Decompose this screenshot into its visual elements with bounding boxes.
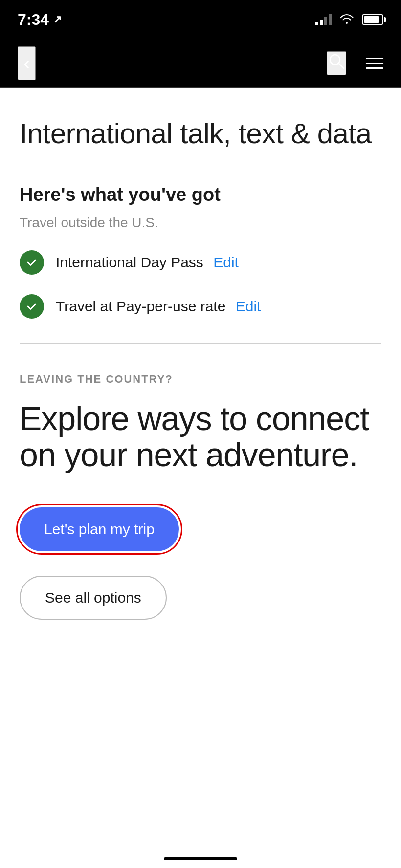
- feature-item-2: Travel at Pay-per-use rate Edit: [20, 294, 381, 319]
- wifi-icon: [339, 12, 354, 27]
- promo-title: Explore ways to connect on your next adv…: [20, 400, 381, 474]
- main-content: International talk, text & data Here's w…: [0, 88, 401, 639]
- menu-button[interactable]: [366, 58, 383, 69]
- status-bar: 7:34 ↗: [0, 0, 401, 39]
- feature-item-1: International Day Pass Edit: [20, 250, 381, 275]
- battery-icon: [362, 14, 383, 25]
- see-all-options-button[interactable]: See all options: [20, 576, 167, 620]
- feature-label-1: International Day Pass Edit: [56, 254, 239, 271]
- back-button[interactable]: ‹: [18, 46, 36, 80]
- buttons-row: Let's plan my trip See all options: [20, 507, 381, 620]
- page-title: International talk, text & data: [20, 117, 381, 150]
- promo-section: LEAVING THE COUNTRY? Explore ways to con…: [20, 368, 381, 620]
- status-time: 7:34 ↗: [18, 11, 62, 29]
- nav-right-icons: [327, 51, 383, 75]
- check-icon-1: [20, 250, 44, 275]
- section-subtitle: Travel outside the U.S.: [20, 215, 381, 231]
- section-divider: [20, 343, 381, 344]
- nav-bar: ‹: [0, 39, 401, 88]
- search-button[interactable]: [327, 51, 346, 75]
- svg-line-1: [339, 64, 344, 68]
- check-icon-2: [20, 294, 44, 319]
- home-indicator: [164, 857, 237, 860]
- edit-link-1[interactable]: Edit: [213, 254, 239, 270]
- edit-link-2[interactable]: Edit: [236, 298, 261, 314]
- section-heading: Here's what you've got: [20, 184, 381, 205]
- plan-trip-button[interactable]: Let's plan my trip: [20, 507, 179, 551]
- feature-label-2: Travel at Pay-per-use rate Edit: [56, 298, 261, 315]
- promo-label: LEAVING THE COUNTRY?: [20, 373, 381, 386]
- status-icons: [315, 12, 383, 27]
- svg-point-0: [330, 55, 340, 65]
- location-arrow-icon: ↗: [53, 13, 62, 26]
- signal-icon: [315, 14, 332, 25]
